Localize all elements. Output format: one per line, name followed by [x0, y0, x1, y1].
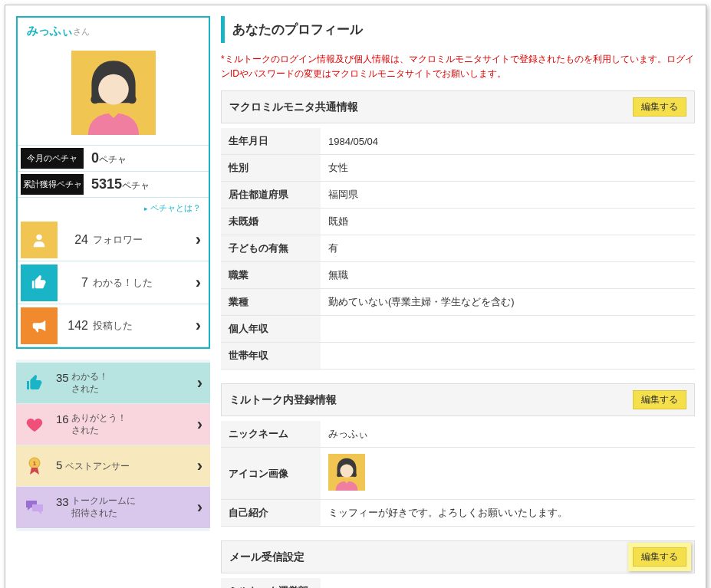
chevron-right-icon: › [189, 498, 210, 517]
pecha-what-link[interactable]: ペチャとは？ [144, 203, 201, 212]
act-label: ベストアンサー [65, 461, 130, 471]
stat-label: フォロワー [88, 233, 188, 247]
activity-arigatou-sareta[interactable]: 16 ありがとう！ された › [16, 404, 210, 445]
pecha-this-month-row: 今月のペチャ 0ペチャ [18, 146, 209, 172]
notice-text: *ミルトークのログイン情報及び個人情報は、マクロミルモニタサイトで登録されたもの… [221, 52, 695, 81]
sidebar-bottom-box: 35 わかる！ された › 16 ありがとう！ された › 1 [16, 360, 210, 531]
row-label: 性別 [221, 155, 321, 182]
table-row: 未既婚既婚 [221, 209, 695, 235]
table-row: 職業無職 [221, 262, 695, 289]
pecha-what-link-row: ペチャとは？ [18, 198, 209, 218]
row-value: 既婚 [321, 209, 695, 235]
medal-icon: 1 [16, 456, 53, 476]
row-label: 居住都道府県 [221, 182, 321, 209]
sidebar: みっふぃさん 今月のペチャ 0ペチャ 累計獲得ペチャ 5315ペチャ ペチャとは… [16, 16, 210, 588]
common-info-table: 生年月日1984/05/04性別女性居住都道府県福岡県未既婚既婚子どもの有無有職… [221, 128, 695, 370]
stat-count: 142 [61, 319, 88, 333]
avatar-icon [328, 454, 365, 491]
pecha-this-month-label: 今月のペチャ [21, 148, 84, 169]
stat-count: 24 [61, 233, 88, 247]
row-label: ミルトーク運営部 メルマガ [221, 578, 321, 588]
row-label: 生年月日 [221, 128, 321, 155]
sidebar-top-box: みっふぃさん 今月のペチャ 0ペチャ 累計獲得ペチャ 5315ペチャ ペチャとは… [16, 16, 210, 349]
table-row: 業種勤めていない(専業主婦・学生などを含む) [221, 289, 695, 316]
chevron-right-icon: › [189, 415, 210, 435]
section-title: メール受信設定 [229, 550, 304, 564]
megaphone-icon [21, 307, 58, 344]
edit-button-miltalk[interactable]: 編集する [633, 390, 686, 409]
table-row: 性別女性 [221, 155, 695, 182]
heart-icon [16, 416, 53, 434]
sidebar-username-suffix: さん [73, 27, 90, 36]
section-head-common: マクロミルモニタ共通情報 編集する [221, 90, 695, 123]
page-title: あなたのプロフィール [221, 16, 695, 43]
edit-button-common[interactable]: 編集する [633, 97, 686, 117]
table-row: 世帯年収 [221, 343, 695, 370]
stat-followers[interactable]: 24 フォロワー › [18, 218, 209, 261]
pecha-this-month-value: 0ペチャ [87, 150, 127, 166]
chevron-right-icon: › [189, 456, 210, 476]
row-label: 個人年収 [221, 316, 321, 343]
act-count: 16 [56, 412, 69, 425]
row-value: 受け取らない [321, 578, 695, 588]
row-value: 無職 [321, 262, 695, 289]
section-head-mail: メール受信設定 編集する [221, 540, 695, 573]
table-row: 生年月日1984/05/04 [221, 128, 695, 155]
thumb-icon [21, 264, 58, 301]
chevron-right-icon: › [189, 373, 210, 393]
avatar-icon [71, 51, 156, 135]
row-value: 有 [321, 235, 695, 262]
row-value [321, 343, 695, 370]
act-label: トークルームに 招待された [71, 495, 136, 519]
section-title: マクロミルモニタ共通情報 [229, 100, 358, 114]
table-row: 自己紹介ミッフィーが好きです。よろしくお願いいたします。 [221, 500, 695, 527]
chat-icon [16, 498, 53, 517]
stat-label: わかる！した [88, 276, 188, 290]
svg-text:1: 1 [33, 460, 37, 467]
row-value: 1984/05/04 [321, 128, 695, 155]
row-value: 福岡県 [321, 182, 695, 209]
activity-talkroom-invited[interactable]: 33 トークルームに 招待された › [16, 487, 210, 528]
act-count: 33 [56, 495, 69, 508]
sidebar-username-row: みっふぃさん [18, 18, 209, 46]
stat-list: 24 フォロワー › 7 わかる！した › 142 [18, 218, 209, 347]
table-row: 子どもの有無有 [221, 235, 695, 262]
pecha-total-value: 5315ペチャ [87, 176, 150, 192]
table-row: アイコン画像 [221, 448, 695, 500]
mail-info-table: ミルトーク運営部 メルマガ受け取らない参加依頼メール 受信希望時間受け取らない [221, 578, 695, 588]
row-value [321, 448, 695, 500]
edit-button-mail[interactable]: 編集する [633, 547, 686, 567]
row-label: ニックネーム [221, 421, 321, 448]
pecha-total-label: 累計獲得ペチャ [21, 174, 84, 195]
row-label: 職業 [221, 262, 321, 289]
sidebar-avatar-wrap [18, 46, 209, 145]
stat-posted[interactable]: 142 投稿した › [18, 304, 209, 347]
table-row: ニックネームみっふぃ [221, 421, 695, 448]
table-row: ミルトーク運営部 メルマガ受け取らない [221, 578, 695, 588]
row-value: 女性 [321, 155, 695, 182]
section-title: ミルトーク内登録情報 [229, 393, 337, 407]
section-head-miltalk: ミルトーク内登録情報 編集する [221, 383, 695, 416]
act-label: ありがとう！ された [71, 412, 127, 436]
row-value: みっふぃ [321, 421, 695, 448]
chevron-right-icon: › [188, 273, 209, 293]
svg-point-4 [36, 234, 41, 239]
activity-wakaru-sareta[interactable]: 35 わかる！ された › [16, 363, 210, 404]
row-label: 業種 [221, 289, 321, 316]
table-row: 個人年収 [221, 316, 695, 343]
main-content: あなたのプロフィール *ミルトークのログイン情報及び個人情報は、マクロミルモニタ… [221, 16, 695, 588]
activity-best-answer[interactable]: 1 5 ベストアンサー › [16, 445, 210, 487]
row-value: ミッフィーが好きです。よろしくお願いいたします。 [321, 500, 695, 527]
row-label: アイコン画像 [221, 448, 321, 500]
stat-wakaru-shita[interactable]: 7 わかる！した › [18, 261, 209, 304]
chevron-right-icon: › [188, 316, 209, 336]
stat-count: 7 [61, 276, 88, 290]
thumb-icon [16, 374, 53, 393]
stat-label: 投稿した [88, 319, 188, 333]
row-label: 自己紹介 [221, 500, 321, 527]
table-row: 居住都道府県福岡県 [221, 182, 695, 209]
sidebar-username: みっふぃ [27, 24, 73, 37]
row-label: 子どもの有無 [221, 235, 321, 262]
miltalk-info-table: ニックネームみっふぃアイコン画像自己紹介ミッフィーが好きです。よろしくお願いいた… [221, 421, 695, 527]
pecha-section: 今月のペチャ 0ペチャ 累計獲得ペチャ 5315ペチャ ペチャとは？ [18, 145, 209, 218]
